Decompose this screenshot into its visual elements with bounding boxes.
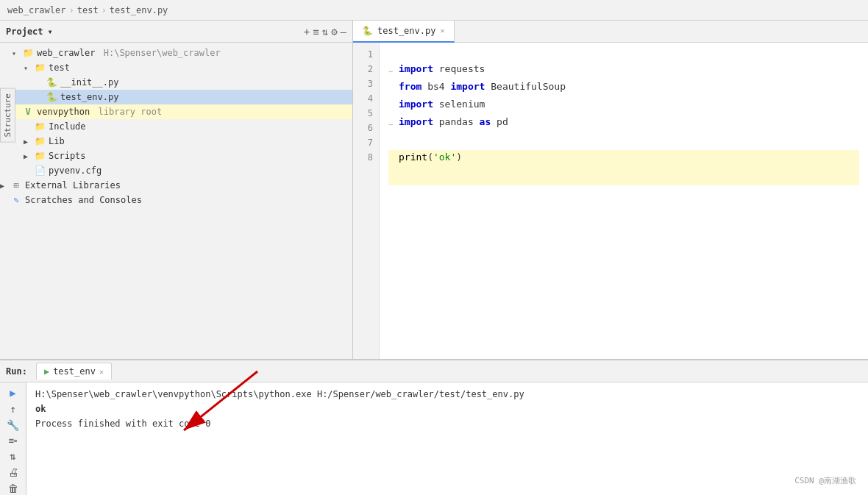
tree-item-include[interactable]: 📁 Include (0, 119, 352, 134)
main-layout: Project ▾ + ≡ ⇅ ⚙ — ▾ (0, 21, 868, 495)
list-icon[interactable]: ≡ (313, 26, 319, 38)
editor-tab-test-env[interactable]: 🐍 test_env.py ✕ (353, 21, 455, 43)
console-line-2: ok (35, 402, 859, 416)
run-tab-close[interactable]: ✕ (99, 368, 104, 376)
tree-item-external[interactable]: ▶ ⊞ External Libraries (0, 178, 352, 193)
fold-icon-2: − (388, 65, 396, 79)
tree-item-scripts[interactable]: ▶ 📁 Scripts (0, 149, 352, 163)
fold-icon-5: − (388, 118, 396, 132)
folder-icon-include: 📁 (34, 121, 46, 132)
folder-icon-lib: 📁 (34, 135, 46, 147)
tree-label-test: test (49, 63, 70, 73)
bottom-left-tools: ▶ ↑ 🔧 ≡≡ ⇅ 🖨 🗑 (0, 382, 26, 495)
run-button[interactable]: ▶ (4, 387, 22, 399)
bottom-tabs: Run: ▶ test_env ✕ (0, 360, 868, 382)
code-line-5: − import pandas as pd (388, 115, 859, 132)
venv-icon: V (22, 106, 34, 118)
folder-icon-web-crawler: 📁 (22, 47, 34, 59)
tree-item-venvpython[interactable]: ▾ V venvpython library root (0, 104, 352, 119)
editor-tabs: 🐍 test_env.py ✕ (353, 21, 868, 43)
code-line-7: print('ok') (388, 150, 859, 168)
tab-label: test_env.py (377, 26, 435, 36)
tree-label-include: Include (49, 121, 86, 132)
list-tool-button[interactable]: ≡≡ (4, 435, 22, 446)
code-line-2: − import requests (388, 62, 859, 79)
tree-label-lib: Lib (49, 136, 65, 146)
console-line-1: H:\Spenser\web_crawler\venvpython\Script… (35, 387, 859, 402)
fold-icon-4 (388, 100, 396, 115)
code-line-4: import selenium (388, 97, 859, 115)
bottom-content: ▶ ↑ 🔧 ≡≡ ⇅ 🖨 🗑 H:\Spenser\web_crawler\ve… (0, 382, 868, 495)
fold-icon-8 (388, 171, 396, 185)
minimize-icon[interactable]: — (341, 26, 346, 38)
bottom-panel: Run: ▶ test_env ✕ ▶ ↑ 🔧 ≡≡ ⇅ 🖨 🗑 (0, 359, 868, 495)
structure-tab[interactable]: Structure (0, 88, 15, 143)
breadcrumb-folder: test (77, 5, 99, 15)
editor-content: 1 2 3 4 5 6 7 8 − import requests (353, 43, 868, 359)
tree-item-pyvenv[interactable]: 📄 pyvenv.cfg (0, 163, 352, 178)
settings-icon[interactable]: ⚙ (331, 26, 337, 38)
print-button[interactable]: 🖨 (4, 466, 22, 478)
folder-icon-scripts: 📁 (34, 150, 46, 162)
editor-area: 🐍 test_env.py ✕ 1 2 3 4 5 6 7 8 (353, 21, 868, 359)
scratch-icon: ✎ (10, 194, 22, 206)
tree-item-init[interactable]: 🐍 __init__.py (0, 75, 352, 90)
tree-item-test[interactable]: ▾ 📁 test (0, 60, 352, 75)
sidebar-header-icons: + ≡ ⇅ ⚙ — (304, 26, 346, 38)
tree-item-scratches[interactable]: ✎ Scratches and Consoles (0, 193, 352, 207)
code-line-1 (388, 47, 859, 62)
tree-label-test-env: test_env.py (60, 92, 118, 102)
run-tab-icon: ▶ (44, 366, 49, 377)
tab-close-icon[interactable]: ✕ (440, 26, 444, 35)
tree-label-venv: venvpython library root (37, 107, 162, 117)
wrench-button[interactable]: 🔧 (4, 419, 22, 431)
title-bar: web_crawler › test › test_env.py (0, 0, 868, 21)
top-section: Project ▾ + ≡ ⇅ ⚙ — ▾ (0, 21, 868, 359)
breadcrumb-project: web_crawler (7, 5, 65, 15)
project-dropdown-icon[interactable]: ▾ (48, 26, 53, 37)
code-line-8 (388, 168, 859, 185)
sidebar-tree: ▾ 📁 web_crawler H:\Spenser\web_crawler ▾… (0, 43, 352, 359)
tree-label-scratches: Scratches and Consoles (25, 195, 142, 205)
bottom-tab-test-env[interactable]: ▶ test_env ✕ (36, 363, 112, 380)
py-icon-init: 🐍 (46, 76, 57, 88)
code-area[interactable]: − import requests from bs4 import Beauti… (380, 43, 868, 359)
tree-item-web-crawler[interactable]: ▾ 📁 web_crawler H:\Spenser\web_crawler (0, 46, 352, 60)
folder-icon-test: 📁 (34, 62, 46, 74)
tree-label-external: External Libraries (25, 180, 121, 190)
sort-icon[interactable]: ⇅ (322, 26, 328, 38)
cfg-icon: 📄 (34, 165, 46, 177)
breadcrumb: web_crawler › test › test_env.py (7, 5, 168, 15)
watermark: CSDN @南湖渔歌 (794, 475, 856, 486)
py-icon-test-env: 🐍 (46, 91, 57, 103)
delete-button[interactable]: 🗑 (4, 482, 22, 494)
sidebar-header: Project ▾ + ≡ ⇅ ⚙ — (0, 21, 352, 43)
sidebar: Project ▾ + ≡ ⇅ ⚙ — ▾ (0, 21, 353, 359)
chevron-external: ▶ (0, 182, 10, 190)
breadcrumb-sep1: › (68, 5, 74, 15)
run-label: Run: (6, 366, 27, 377)
tree-item-lib[interactable]: ▶ 📁 Lib (0, 134, 352, 149)
code-line-3: from bs4 import BeautifulSoup (388, 79, 859, 97)
chevron-test: ▾ (24, 64, 34, 72)
breadcrumb-sep2: › (102, 5, 107, 15)
tab-py-icon: 🐍 (362, 26, 373, 36)
tree-label-pyvenv: pyvenv.cfg (49, 165, 102, 176)
fold-icon-7 (388, 153, 396, 168)
tree-item-test-env[interactable]: 🐍 test_env.py (0, 90, 352, 104)
tree-label-web-crawler: web_crawler H:\Spenser\web_crawler (37, 48, 221, 58)
project-label: Project (6, 26, 43, 37)
add-icon[interactable]: + (304, 26, 310, 38)
sidebar-header-left: Project ▾ (6, 26, 53, 37)
run-tab-label: test_env (53, 366, 96, 377)
up-button[interactable]: ↑ (4, 403, 22, 415)
console-line-4: Process finished with exit code 0 (35, 416, 859, 431)
chevron-web-crawler: ▾ (12, 49, 22, 57)
tree-label-init: __init__.py (60, 77, 118, 88)
console-output: H:\Spenser\web_crawler\venvpython\Script… (26, 382, 868, 495)
sort-tool-button[interactable]: ⇅ (4, 450, 22, 462)
code-line-6 (388, 132, 859, 150)
fold-icon-3 (388, 82, 396, 97)
chevron-lib: ▶ (24, 138, 34, 146)
tree-label-scripts: Scripts (49, 151, 86, 161)
